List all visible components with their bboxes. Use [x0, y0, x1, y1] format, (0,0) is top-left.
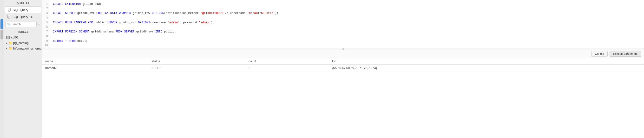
results-table: name status count lob name02 FALSE 2 {65…: [42, 58, 644, 71]
resizer-dot: [342, 48, 344, 50]
pg-catalog-label: pg_catalog: [13, 41, 29, 45]
sidebar-item-sql-query-14[interactable]: SQL Query 14: [5, 14, 41, 20]
chevron-right-icon: ▶: [6, 42, 8, 44]
code-editor[interactable]: 1 2 3 4 5 6 7 8 9 10 CREATE EXTENSION gr…: [42, 0, 644, 48]
cell-status: FALSE: [149, 65, 246, 71]
svg-rect-8: [6, 36, 10, 39]
resizer[interactable]: [42, 48, 644, 50]
results-header-row: name status count lob: [42, 58, 644, 65]
execute-statement-button[interactable]: Execute Statement: [610, 51, 641, 57]
cell-name: name02: [42, 65, 149, 71]
sql-query-14-label: SQL Query 14: [12, 15, 32, 19]
cell-count: 2: [246, 65, 330, 71]
tree-item-information-schema[interactable]: ▶ 📁 information_schema: [4, 46, 42, 51]
results-thead: name status count lob: [42, 58, 644, 65]
sidebar-item-sql-query[interactable]: SQL Query: [5, 6, 41, 13]
toolbar-row: Cancel Execute Statement: [42, 50, 644, 58]
col-status-header: status: [149, 58, 246, 65]
search-row: 🔍 +: [5, 22, 41, 27]
document-icon-2: [7, 15, 11, 19]
search-bar[interactable]: 🔍: [5, 22, 36, 27]
tables-section: TABLES col01 ▶ 📁 pg_catalog ▶ 📁 informat…: [4, 28, 42, 51]
left-tab-bar: [0, 0, 4, 138]
information-schema-label: information_schema: [13, 47, 42, 50]
table-grid-icon: [6, 36, 10, 39]
queries-section-header: QUERIES: [4, 0, 42, 6]
document-icon: [8, 8, 11, 12]
results-tbody: name02 FALSE 2 {65,66,67,68,69,70,71,72,…: [42, 65, 644, 71]
tree-item-pg-catalog[interactable]: ▶ 📁 pg_catalog: [4, 40, 42, 46]
sidebar: QUERIES SQL Query SQL Query 14 🔍 + TABLE…: [4, 0, 42, 138]
search-icon: 🔍: [7, 23, 10, 26]
tables-section-header: TABLES: [4, 28, 42, 35]
folder-icon-info: 📁: [8, 47, 12, 50]
left-tab-queries[interactable]: [0, 19, 3, 29]
table-col01-label: col01: [11, 36, 18, 39]
cell-lob: {65,66,67,68,69,70,71,72,73,74}: [329, 65, 644, 71]
results-area: name status count lob name02 FALSE 2 {65…: [42, 58, 644, 138]
sql-query-label: SQL Query: [13, 8, 28, 12]
table-row: name02 FALSE 2 {65,66,67,68,69,70,71,72,…: [42, 65, 644, 71]
table-item-col01[interactable]: col01: [4, 35, 42, 40]
col-count-header: count: [246, 58, 330, 65]
left-tab-other[interactable]: [0, 30, 3, 39]
search-input[interactable]: [12, 23, 35, 26]
col-lob-header: lob: [329, 58, 644, 65]
col-name-header: name: [42, 58, 149, 65]
code-text[interactable]: CREATE EXTENSION griddb_fdw; CREATE SERV…: [50, 0, 644, 48]
chevron-right-icon-2: ▶: [6, 47, 8, 50]
add-query-button[interactable]: +: [38, 22, 41, 26]
folder-icon-pg: 📁: [8, 41, 12, 45]
main-content: 1 2 3 4 5 6 7 8 9 10 CREATE EXTENSION gr…: [42, 0, 644, 138]
line-numbers: 1 2 3 4 5 6 7 8 9 10: [42, 0, 50, 48]
cancel-button[interactable]: Cancel: [591, 51, 608, 57]
